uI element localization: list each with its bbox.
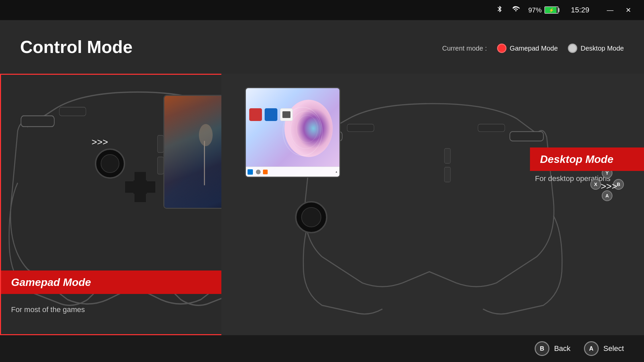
desktop-arrows: >>> [601, 181, 617, 192]
gamepad-mode-title: Gamepad Mode [11, 276, 91, 289]
gamepad-mode-name: Gamepad Mode [510, 45, 558, 52]
main-content: Control Mode Current mode : Gamepad Mode… [0, 20, 644, 362]
back-action[interactable]: B Back [535, 341, 571, 356]
svg-rect-10 [444, 148, 450, 164]
page-title: Control Mode [20, 37, 132, 57]
window-controls[interactable]: — ✕ [604, 5, 634, 15]
svg-rect-11 [444, 167, 450, 182]
select-action[interactable]: A Select [584, 341, 624, 356]
gamepad-mode-indicator: Gamepad Mode [497, 44, 558, 53]
time-display: 15:29 [571, 6, 589, 14]
x-button: X [590, 179, 601, 190]
desktop-mode-title: Desktop Mode [540, 153, 613, 166]
select-label: Select [603, 344, 624, 353]
gamepad-arrows: >>> [92, 137, 108, 147]
gamepad-subtitle: For most of the games [11, 305, 85, 314]
close-button[interactable]: ✕ [623, 5, 634, 15]
minimize-button[interactable]: — [604, 5, 616, 15]
desktop-mode-indicator: Desktop Mode [568, 44, 624, 53]
title-bar: 97% ⚡ 15:29 — ✕ [0, 0, 644, 20]
wifi-icon [512, 5, 520, 15]
back-button-circle[interactable]: B [535, 341, 549, 356]
current-mode-label: Current mode : [442, 45, 487, 52]
svg-rect-9 [478, 124, 505, 131]
desktop-screen: ▲ [245, 87, 340, 178]
svg-rect-7 [347, 124, 374, 131]
desktop-taskbar: ▲ [246, 167, 339, 177]
gamepad-mode-dot [497, 44, 506, 53]
svg-rect-5 [158, 157, 164, 174]
select-button-circle[interactable]: A [584, 341, 599, 356]
bottom-bar: B Back A Select [0, 335, 644, 362]
current-mode-area: Current mode : Gamepad Mode Desktop Mode [442, 44, 624, 53]
svg-rect-1 [59, 107, 86, 116]
desktop-mode-name: Desktop Mode [581, 45, 624, 52]
right-joystick [295, 201, 327, 233]
bluetooth-icon [496, 5, 503, 15]
a-button: A [602, 190, 612, 201]
dpad [125, 172, 155, 202]
desktop-card[interactable]: ▲ For desktop operations Y X B A Desktop… [221, 74, 644, 335]
cards-container: >>> Gamepad Mode For most of the games [0, 74, 644, 335]
left-joystick [95, 148, 125, 179]
svg-rect-0 [21, 116, 54, 127]
battery-indicator: 97% ⚡ [528, 6, 559, 14]
svg-rect-4 [158, 135, 164, 153]
back-label: Back [554, 344, 571, 353]
status-area: 97% ⚡ 15:29 — ✕ [496, 5, 634, 15]
battery-percent-text: 97% [528, 6, 542, 14]
desktop-apps-row [249, 108, 293, 121]
wallpaper-swirl [272, 98, 333, 159]
desktop-mode-dot [568, 44, 577, 53]
svg-rect-8 [510, 132, 543, 141]
desktop-label-bar: Desktop Mode [530, 147, 644, 171]
